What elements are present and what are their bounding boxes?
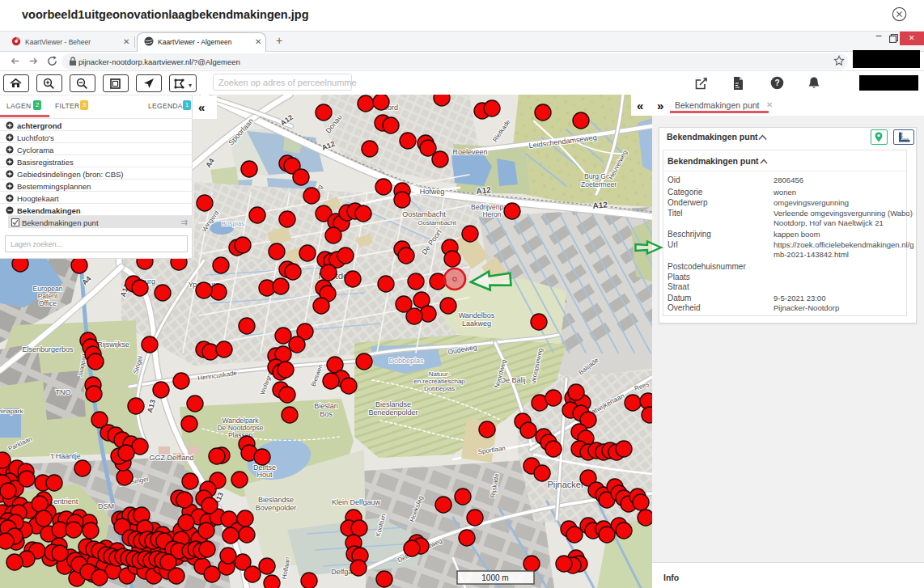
svg-text:Bosplas: Bosplas bbox=[222, 220, 244, 227]
svg-text:Heron: Heron bbox=[482, 210, 501, 218]
svg-text:Natuur-: Natuur- bbox=[429, 370, 451, 378]
svg-text:Hofweg: Hofweg bbox=[420, 188, 445, 196]
svg-text:Bovenpolder: Bovenpolder bbox=[256, 504, 297, 512]
svg-text:A12: A12 bbox=[592, 200, 608, 209]
svg-text:Centrient: Centrient bbox=[49, 497, 78, 506]
svg-text:Klein Delfgauw: Klein Delfgauw bbox=[332, 498, 381, 506]
svg-text:Bieslan: Bieslan bbox=[314, 402, 338, 410]
svg-text:Bos: Bos bbox=[320, 410, 333, 418]
svg-text:GGZ Delfland: GGZ Delfland bbox=[149, 454, 193, 462]
svg-text:?: ? bbox=[775, 78, 780, 87]
svg-text:DSM: DSM bbox=[98, 502, 114, 510]
svg-text:Hout: Hout bbox=[256, 471, 273, 479]
svg-text:A12: A12 bbox=[476, 185, 492, 196]
svg-text:Office: Office bbox=[39, 299, 57, 307]
svg-text:Wandelbos: Wandelbos bbox=[459, 311, 495, 319]
svg-text:1000 m: 1000 m bbox=[481, 573, 508, 582]
svg-text:Elsenburgerbos: Elsenburgerbos bbox=[22, 345, 74, 353]
svg-text:Rijswijkse: Rijswijkse bbox=[97, 341, 129, 349]
svg-text:Pijnacker: Pijnacker bbox=[547, 480, 584, 489]
svg-text:Laakweg: Laakweg bbox=[462, 319, 491, 328]
svg-text:Oostambacht: Oostambacht bbox=[417, 219, 456, 226]
svg-text:TNO: TNO bbox=[56, 388, 71, 396]
svg-text:Dobbeplas: Dobbeplas bbox=[424, 385, 455, 392]
svg-text:en recreatieschap: en recreatieschap bbox=[413, 378, 465, 385]
svg-text:Oostambacht: Oostambacht bbox=[402, 210, 446, 218]
svg-text:Zoetermeer: Zoetermeer bbox=[581, 180, 617, 188]
svg-text:Dobbeplas: Dobbeplas bbox=[388, 357, 424, 365]
svg-text:minapark: minapark bbox=[0, 408, 23, 415]
svg-text:Roeleveen: Roeleveen bbox=[452, 148, 487, 156]
svg-text:Bieslandse: Bieslandse bbox=[258, 496, 294, 504]
svg-text:Benedenpolder: Benedenpolder bbox=[368, 408, 417, 417]
svg-text:De Balij: De Balij bbox=[500, 376, 525, 384]
svg-text:Bieslandse: Bieslandse bbox=[375, 400, 411, 408]
svg-text:'t Haantje: 't Haantje bbox=[50, 452, 81, 460]
